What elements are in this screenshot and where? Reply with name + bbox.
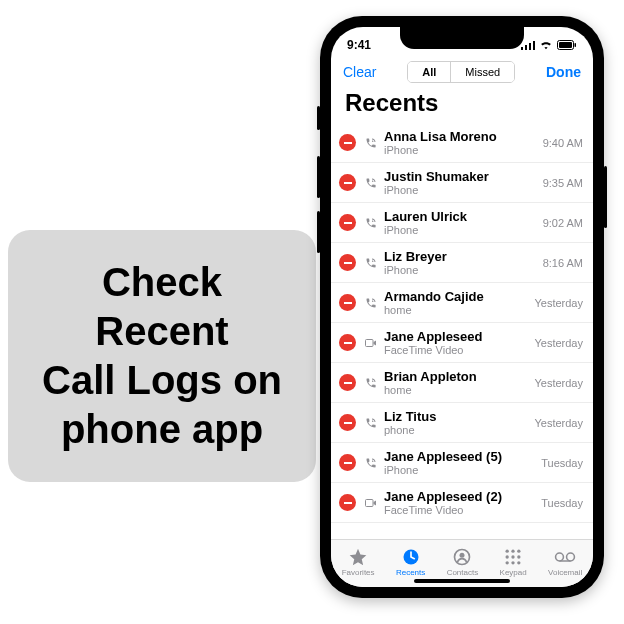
caller-name: Liz Breyer: [384, 249, 537, 264]
svg-point-25: [506, 555, 509, 558]
call-time: 8:16 AM: [543, 257, 583, 269]
delete-button[interactable]: [339, 334, 356, 351]
phone-outgoing-icon: [364, 217, 378, 229]
call-row[interactable]: Brian AppletonhomeYesterday: [331, 363, 593, 403]
person-icon: [452, 547, 472, 567]
svg-rect-15: [344, 422, 352, 424]
call-row[interactable]: Lauren UlrickiPhone9:02 AM: [331, 203, 593, 243]
call-row[interactable]: Anna Lisa MorenoiPhone9:40 AM: [331, 123, 593, 163]
call-row[interactable]: Justin ShumakeriPhone9:35 AM: [331, 163, 593, 203]
call-info: Jane Appleseed (2)FaceTime Video: [384, 489, 535, 516]
call-time: Yesterday: [534, 417, 583, 429]
svg-point-29: [511, 561, 514, 564]
caller-name: Liz Titus: [384, 409, 528, 424]
delete-button[interactable]: [339, 174, 356, 191]
svg-rect-16: [344, 462, 352, 464]
svg-rect-5: [559, 42, 572, 48]
call-source: FaceTime Video: [384, 504, 535, 516]
delete-button[interactable]: [339, 254, 356, 271]
call-info: Anna Lisa MorenoiPhone: [384, 129, 537, 156]
phone-outgoing-icon: [364, 137, 378, 149]
call-row[interactable]: Jane AppleseedFaceTime VideoYesterday: [331, 323, 593, 363]
call-info: Jane AppleseedFaceTime Video: [384, 329, 528, 356]
svg-point-32: [567, 553, 575, 561]
tab-contacts[interactable]: Contacts: [447, 547, 479, 577]
clear-button[interactable]: Clear: [343, 64, 376, 80]
delete-button[interactable]: [339, 214, 356, 231]
svg-rect-7: [344, 142, 352, 144]
segment-missed[interactable]: Missed: [450, 62, 514, 82]
tab-label: Voicemail: [548, 568, 582, 577]
home-indicator[interactable]: [414, 579, 510, 583]
voicemail-icon: [554, 547, 576, 567]
delete-button[interactable]: [339, 454, 356, 471]
star-icon: [348, 547, 368, 567]
call-source: iPhone: [384, 144, 537, 156]
nav-bar: Clear All Missed Done: [331, 57, 593, 87]
tab-label: Favorites: [342, 568, 375, 577]
call-row[interactable]: Jane Appleseed (5)iPhoneTuesday: [331, 443, 593, 483]
caller-name: Anna Lisa Moreno: [384, 129, 537, 144]
caller-name: Jane Appleseed (5): [384, 449, 535, 464]
svg-point-30: [517, 561, 520, 564]
done-button[interactable]: Done: [546, 64, 581, 80]
delete-button[interactable]: [339, 374, 356, 391]
tab-favorites[interactable]: Favorites: [342, 547, 375, 577]
call-info: Liz BreyeriPhone: [384, 249, 537, 276]
svg-point-24: [517, 549, 520, 552]
svg-rect-10: [344, 262, 352, 264]
delete-button[interactable]: [339, 294, 356, 311]
svg-rect-17: [344, 502, 352, 504]
call-source: phone: [384, 424, 528, 436]
iphone-frame: 9:41 Clear All Missed Done Recents: [320, 16, 604, 598]
call-row[interactable]: Liz BreyeriPhone8:16 AM: [331, 243, 593, 283]
delete-button[interactable]: [339, 494, 356, 511]
caller-name: Jane Appleseed (2): [384, 489, 535, 504]
call-time: Yesterday: [534, 377, 583, 389]
battery-icon: [557, 40, 577, 50]
tab-segment: All Missed: [407, 61, 515, 83]
caption-text: CheckRecentCall Logs onphone app: [42, 258, 282, 453]
call-row[interactable]: Liz TitusphoneYesterday: [331, 403, 593, 443]
volume-down: [317, 211, 320, 253]
delete-button[interactable]: [339, 414, 356, 431]
delete-button[interactable]: [339, 134, 356, 151]
svg-rect-3: [533, 41, 535, 50]
svg-point-28: [506, 561, 509, 564]
svg-point-31: [556, 553, 564, 561]
phone-outgoing-icon: [364, 177, 378, 189]
call-row[interactable]: Jane Appleseed (2)FaceTime VideoTuesday: [331, 483, 593, 523]
recents-list[interactable]: Anna Lisa MorenoiPhone9:40 AMJustin Shum…: [331, 123, 593, 539]
call-time: 9:40 AM: [543, 137, 583, 149]
call-info: Justin ShumakeriPhone: [384, 169, 537, 196]
clock-icon: [401, 547, 421, 567]
call-info: Jane Appleseed (5)iPhone: [384, 449, 535, 476]
call-row[interactable]: Armando CajidehomeYesterday: [331, 283, 593, 323]
call-source: FaceTime Video: [384, 344, 528, 356]
tab-label: Contacts: [447, 568, 479, 577]
svg-point-23: [511, 549, 514, 552]
tab-recents[interactable]: Recents: [396, 547, 425, 577]
call-time: Yesterday: [534, 337, 583, 349]
svg-rect-14: [344, 382, 352, 384]
wifi-icon: [539, 40, 553, 50]
tab-label: Recents: [396, 568, 425, 577]
svg-rect-9: [344, 222, 352, 224]
caller-name: Brian Appleton: [384, 369, 528, 384]
volume-up: [317, 156, 320, 198]
call-info: Brian Appletonhome: [384, 369, 528, 396]
cellular-icon: [521, 40, 535, 50]
facetime-icon: [364, 498, 378, 508]
call-info: Armando Cajidehome: [384, 289, 528, 316]
tab-keypad[interactable]: Keypad: [500, 547, 527, 577]
svg-rect-0: [521, 47, 523, 50]
svg-rect-8: [344, 182, 352, 184]
svg-rect-6: [575, 43, 577, 47]
segment-all[interactable]: All: [408, 62, 450, 82]
call-source: iPhone: [384, 224, 537, 236]
svg-point-21: [460, 552, 465, 557]
notch: [400, 27, 524, 49]
tab-label: Keypad: [500, 568, 527, 577]
svg-rect-13: [366, 339, 374, 346]
tab-voicemail[interactable]: Voicemail: [548, 547, 582, 577]
